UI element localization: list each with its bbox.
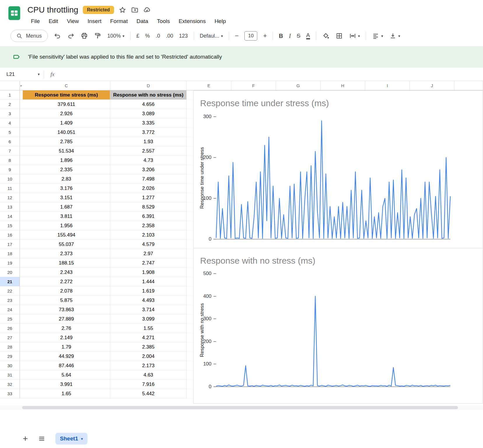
undo-icon[interactable] xyxy=(54,32,61,40)
column-header-E[interactable]: E xyxy=(187,81,231,90)
menu-item-file[interactable]: File xyxy=(27,17,43,26)
print-icon[interactable] xyxy=(80,32,88,40)
cell-C22[interactable]: 2.078 xyxy=(23,286,110,296)
cell-D22[interactable]: 1.619 xyxy=(110,286,187,296)
cell-C15[interactable]: 1.956 xyxy=(23,221,110,230)
cell-C16[interactable]: 155.494 xyxy=(23,230,110,240)
menus-search-button[interactable]: Menus xyxy=(10,30,48,42)
row-header-17[interactable]: 17 xyxy=(0,240,20,249)
cell-D29[interactable]: 2.004 xyxy=(110,352,187,361)
cell-D6[interactable]: 1.93 xyxy=(110,137,187,146)
cell-C7[interactable]: 51.534 xyxy=(23,146,110,156)
cell-C25[interactable]: 27.889 xyxy=(23,314,110,324)
cell-C6[interactable]: 2.785 xyxy=(23,137,110,146)
decrease-font-size-button[interactable]: − xyxy=(235,32,239,40)
horizontal-align-button[interactable]: ▾ xyxy=(372,32,383,40)
merge-cells-button[interactable]: ▾ xyxy=(349,32,360,40)
row-header-23[interactable]: 23 xyxy=(0,296,20,305)
column-header-J[interactable]: J xyxy=(410,81,454,90)
column-header-I[interactable]: I xyxy=(365,81,410,90)
cell-C21[interactable]: 2.272 xyxy=(23,277,110,286)
cell-D10[interactable]: 7.498 xyxy=(110,174,187,184)
cell-D28[interactable]: 2.385 xyxy=(110,342,187,352)
cell-D5[interactable]: 3.772 xyxy=(110,128,187,137)
column-header-partial[interactable] xyxy=(454,81,483,90)
row-header-13[interactable]: 13 xyxy=(0,202,20,212)
row-header-6[interactable]: 6 xyxy=(0,137,20,146)
cell-D17[interactable]: 4.579 xyxy=(110,240,187,249)
column-header-D[interactable]: D xyxy=(110,81,187,90)
format-currency-button[interactable]: £ xyxy=(136,33,139,39)
row-header-4[interactable]: 4 xyxy=(0,118,20,128)
row-header-32[interactable]: 32 xyxy=(0,380,20,389)
cell-C24[interactable]: 73.863 xyxy=(23,305,110,314)
cell-C12[interactable]: 3.151 xyxy=(23,193,110,202)
cell-C23[interactable]: 5.875 xyxy=(23,296,110,305)
cell-C9[interactable]: 2.335 xyxy=(23,165,110,174)
menu-item-tools[interactable]: Tools xyxy=(153,17,173,26)
cell-D12[interactable]: 1.277 xyxy=(110,193,187,202)
cell-C3[interactable]: 2.926 xyxy=(23,109,110,118)
row-header-9[interactable]: 9 xyxy=(0,165,20,174)
cell-D32[interactable]: 7.916 xyxy=(110,380,187,389)
select-all-corner[interactable] xyxy=(0,81,20,90)
cell-C4[interactable]: 1.409 xyxy=(23,118,110,128)
menu-item-edit[interactable]: Edit xyxy=(45,17,62,26)
row-header-33[interactable]: 33 xyxy=(0,389,20,398)
cell-C32[interactable]: 3.991 xyxy=(23,380,110,389)
row-header-11[interactable]: 11 xyxy=(0,184,20,193)
paint-format-icon[interactable] xyxy=(94,32,102,40)
row-header-18[interactable]: 18 xyxy=(0,249,20,258)
row-header-30[interactable]: 30 xyxy=(0,361,20,370)
row-header-15[interactable]: 15 xyxy=(0,221,20,230)
cell-D21[interactable]: 1.444 xyxy=(110,277,187,286)
all-sheets-icon[interactable] xyxy=(38,435,46,442)
row-header-7[interactable]: 7 xyxy=(0,146,20,156)
text-color-button[interactable]: A xyxy=(306,32,310,39)
cell-D31[interactable]: 4.63 xyxy=(110,370,187,380)
row-header-19[interactable]: 19 xyxy=(0,258,20,268)
row-header-21[interactable]: 21 xyxy=(0,277,20,286)
cell-C14[interactable]: 3.811 xyxy=(23,212,110,221)
cell-D27[interactable]: 4.271 xyxy=(110,333,187,342)
fill-color-icon[interactable] xyxy=(322,32,330,40)
row-header-28[interactable]: 28 xyxy=(0,342,20,352)
menu-item-view[interactable]: View xyxy=(63,17,82,26)
cell-D4[interactable]: 3.335 xyxy=(110,118,187,128)
cell-C5[interactable]: 140.051 xyxy=(23,128,110,137)
hidden-columns-marker[interactable]: ▸ xyxy=(20,81,23,90)
row-header-14[interactable]: 14 xyxy=(0,212,20,221)
row-header-10[interactable]: 10 xyxy=(0,174,20,184)
row-header-8[interactable]: 8 xyxy=(0,156,20,165)
cell-D30[interactable]: 2.173 xyxy=(110,361,187,370)
cell-D25[interactable]: 3.099 xyxy=(110,314,187,324)
increase-decimal-button[interactable]: .00 xyxy=(166,33,173,39)
cell-D9[interactable]: 3.206 xyxy=(110,165,187,174)
cell-C10[interactable]: 2.83 xyxy=(23,174,110,184)
cell-C2[interactable]: 379.611 xyxy=(23,100,110,109)
cell-C11[interactable]: 3.176 xyxy=(23,184,110,193)
row-header-20[interactable]: 20 xyxy=(0,268,20,277)
cell-D2[interactable]: 4.656 xyxy=(110,100,187,109)
chart-panel[interactable]: Response time under stress (ms) Response… xyxy=(193,90,483,404)
row-header-3[interactable]: 3 xyxy=(0,109,20,118)
cell-D20[interactable]: 1.908 xyxy=(110,268,187,277)
move-folder-icon[interactable] xyxy=(131,6,139,14)
menu-item-extensions[interactable]: Extensions xyxy=(175,17,209,26)
cell-C17[interactable]: 55.037 xyxy=(23,240,110,249)
row-header-22[interactable]: 22 xyxy=(0,286,20,296)
sheets-logo-icon[interactable] xyxy=(6,5,22,21)
cell-C8[interactable]: 1.896 xyxy=(23,156,110,165)
column-header-H[interactable]: H xyxy=(321,81,365,90)
row-header-5[interactable]: 5 xyxy=(0,128,20,137)
cell-C33[interactable]: 1.65 xyxy=(23,389,110,398)
cell-D18[interactable]: 2.97 xyxy=(110,249,187,258)
cell-D23[interactable]: 4.493 xyxy=(110,296,187,305)
cell-C19[interactable]: 188.15 xyxy=(23,258,110,268)
cell-C29[interactable]: 44.929 xyxy=(23,352,110,361)
borders-icon[interactable] xyxy=(335,32,343,40)
row-header-31[interactable]: 31 xyxy=(0,370,20,380)
cell-D1[interactable]: Response with no stress (ms) xyxy=(110,90,187,100)
chart-response-under-stress[interactable]: Response time under stress (ms) Response… xyxy=(194,91,483,248)
column-header-G[interactable]: G xyxy=(276,81,321,90)
